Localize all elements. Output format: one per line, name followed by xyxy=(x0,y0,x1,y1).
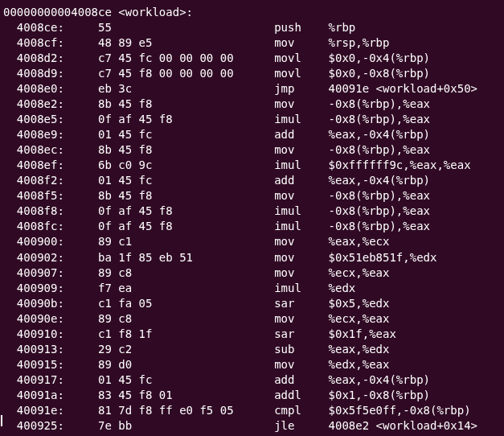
address-cell: 4008e0: xyxy=(3,81,71,97)
disasm-row: 400910: c1 f8 1f sar $0x1f,%eax xyxy=(3,327,501,342)
disasm-row: 4008e0: eb 3c jmp 40091e <workload+0x50> xyxy=(3,81,501,97)
operands-cell: %ecx,%eax xyxy=(329,311,390,327)
bytes-cell: 48 89 e5 xyxy=(71,35,274,51)
address-cell: 400917: xyxy=(3,372,71,388)
mnemonic-cell: imul xyxy=(274,112,328,127)
disasm-row: 40091a: 83 45 f8 01 addl $0x1,-0x8(%rbp) xyxy=(3,388,501,403)
operands-cell: -0x8(%rbp),%eax xyxy=(329,97,430,112)
disasm-row: 40090e: 89 c8 mov %ecx,%eax xyxy=(3,311,501,327)
address-cell: 4008ef: xyxy=(3,158,71,173)
bytes-cell: 0f af 45 f8 xyxy=(71,204,274,219)
operands-cell: %eax,%ecx xyxy=(329,234,390,249)
mnemonic-cell: mov xyxy=(274,234,328,249)
operands-cell: %eax,-0x4(%rbp) xyxy=(329,127,430,142)
address-cell: 4008ce: xyxy=(3,20,71,35)
disasm-row: 4008ec: 8b 45 f8 mov -0x8(%rbp),%eax xyxy=(3,142,501,158)
bytes-cell: 6b c0 9c xyxy=(71,158,274,173)
bytes-cell: c1 fa 05 xyxy=(71,296,274,311)
mnemonic-cell: imul xyxy=(274,281,328,296)
operands-cell: $0xffffff9c,%eax,%eax xyxy=(329,158,471,173)
bytes-cell: ba 1f 85 eb 51 xyxy=(71,250,274,265)
mnemonic-cell: mov xyxy=(274,35,328,51)
address-cell: 40091a: xyxy=(3,388,71,403)
operands-cell: %eax,-0x4(%rbp) xyxy=(329,372,430,388)
mnemonic-cell: mov xyxy=(274,357,328,372)
disasm-row: 4008cf: 48 89 e5 mov %rsp,%rbp xyxy=(3,35,501,51)
mnemonic-cell: imul xyxy=(274,158,328,173)
operands-cell: %edx,%eax xyxy=(329,357,390,372)
address-cell: 4008ec: xyxy=(3,142,71,158)
text-cursor xyxy=(1,415,2,426)
mnemonic-cell: sub xyxy=(274,342,328,357)
address-cell: 4008e9: xyxy=(3,127,71,142)
disasm-row: 40091e: 81 7d f8 ff e0 f5 05 cmpl $0x5f5… xyxy=(3,403,501,418)
operands-cell: %ecx,%eax xyxy=(329,265,390,281)
operands-cell: -0x8(%rbp),%eax xyxy=(329,112,430,127)
address-cell: 400915: xyxy=(3,357,71,372)
bytes-cell: 83 45 f8 01 xyxy=(71,388,274,403)
operands-cell: -0x8(%rbp),%eax xyxy=(329,142,430,158)
mnemonic-cell: mov xyxy=(274,250,328,265)
mnemonic-cell: sar xyxy=(274,296,328,311)
mnemonic-cell: jle xyxy=(274,418,328,434)
address-cell: 4008cf: xyxy=(3,35,71,51)
bytes-cell: 89 c8 xyxy=(71,311,274,327)
operands-cell: -0x8(%rbp),%eax xyxy=(329,188,430,204)
disasm-row: 400900: 89 c1 mov %eax,%ecx xyxy=(3,234,501,249)
mnemonic-cell: add xyxy=(274,173,328,188)
disasm-row: 400902: ba 1f 85 eb 51 mov $0x51eb851f,%… xyxy=(3,250,501,265)
disasm-row: 400913: 29 c2 sub %eax,%edx xyxy=(3,342,501,357)
disasm-row: 4008f8: 0f af 45 f8 imul -0x8(%rbp),%eax xyxy=(3,204,501,219)
bytes-cell: c7 45 f8 00 00 00 00 xyxy=(71,66,274,81)
address-cell: 400907: xyxy=(3,265,71,281)
disasm-row: 400917: 01 45 fc add %eax,-0x4(%rbp) xyxy=(3,372,501,388)
address-cell: 4008f8: xyxy=(3,204,71,219)
bytes-cell: 89 c8 xyxy=(71,265,274,281)
address-cell: 40090b: xyxy=(3,296,71,311)
disasm-row: 400909: f7 ea imul %edx xyxy=(3,281,501,296)
disasm-row: 400915: 89 d0 mov %edx,%eax xyxy=(3,357,501,372)
mnemonic-cell: add xyxy=(274,127,328,142)
mnemonic-cell: mov xyxy=(274,265,328,281)
bytes-cell: 0f af 45 f8 xyxy=(71,112,274,127)
disasm-row: 4008f5: 8b 45 f8 mov -0x8(%rbp),%eax xyxy=(3,188,501,204)
address-cell: 4008f2: xyxy=(3,173,71,188)
operands-cell: $0x0,-0x4(%rbp) xyxy=(329,51,430,66)
address-cell: 400900: xyxy=(3,234,71,249)
disasm-row: 40090b: c1 fa 05 sar $0x5,%edx xyxy=(3,296,501,311)
address-cell: 4008d2: xyxy=(3,51,71,66)
operands-cell: 40091e <workload+0x50> xyxy=(329,81,477,97)
bytes-cell: 8b 45 f8 xyxy=(71,142,274,158)
address-cell: 400902: xyxy=(3,250,71,265)
address-cell: 400909: xyxy=(3,281,71,296)
mnemonic-cell: mov xyxy=(274,311,328,327)
bytes-cell: 81 7d f8 ff e0 f5 05 xyxy=(71,403,274,418)
mnemonic-cell: imul xyxy=(274,204,328,219)
operands-cell: $0x5f5e0ff,-0x8(%rbp) xyxy=(329,403,471,418)
mnemonic-cell: movl xyxy=(274,51,328,66)
mnemonic-cell: jmp xyxy=(274,81,328,97)
operands-cell: $0x1,-0x8(%rbp) xyxy=(329,388,430,403)
disasm-row: 4008e5: 0f af 45 f8 imul -0x8(%rbp),%eax xyxy=(3,112,501,127)
operands-cell: $0x51eb851f,%edx xyxy=(329,250,437,265)
disassembly-listing: 4008ce: 55 push %rbp 4008cf: 48 89 e5 mo… xyxy=(3,20,501,436)
bytes-cell: 01 45 fc xyxy=(71,173,274,188)
disasm-row: 4008e9: 01 45 fc add %eax,-0x4(%rbp) xyxy=(3,127,501,142)
bytes-cell: 01 45 fc xyxy=(71,372,274,388)
bytes-cell: 8b 45 f8 xyxy=(71,188,274,204)
disasm-row: 4008e2: 8b 45 f8 mov -0x8(%rbp),%eax xyxy=(3,97,501,112)
address-cell: 4008f5: xyxy=(3,188,71,204)
disasm-row: 4008d2: c7 45 fc 00 00 00 00 movl $0x0,-… xyxy=(3,51,501,66)
disasm-row: 4008ce: 55 push %rbp xyxy=(3,20,501,35)
bytes-cell: c7 45 fc 00 00 00 00 xyxy=(71,51,274,66)
terminal-output: 00000000004008ce <workload>: 4008ce: 55 … xyxy=(0,0,504,436)
operands-cell: -0x8(%rbp),%eax xyxy=(329,204,430,219)
operands-cell: -0x8(%rbp),%eax xyxy=(329,219,430,234)
bytes-cell: 89 c1 xyxy=(71,234,274,249)
operands-cell: %eax,-0x4(%rbp) xyxy=(329,173,430,188)
address-cell: 4008d9: xyxy=(3,66,71,81)
operands-cell: $0x1f,%eax xyxy=(329,327,396,342)
bytes-cell: 29 c2 xyxy=(71,342,274,357)
operands-cell: 4008e2 <workload+0x14> xyxy=(329,418,477,434)
bytes-cell: f7 ea xyxy=(71,281,274,296)
